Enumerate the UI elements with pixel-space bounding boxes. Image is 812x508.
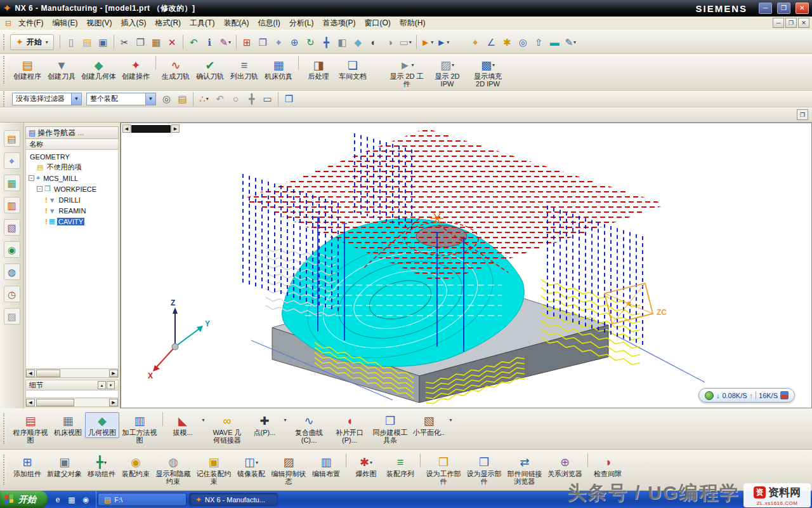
scroll-thumb[interactable] bbox=[36, 370, 60, 377]
expand-right-icon[interactable]: ▶ bbox=[171, 124, 180, 133]
show-filled-2d-ipw-button[interactable]: ▩▾显示填充 2D IPW bbox=[468, 56, 508, 90]
selection-scope-combo[interactable]: 整个装配 ▼ bbox=[86, 93, 156, 105]
taskbar-item-nx[interactable]: ✦ NX 6 - Manufactu... bbox=[189, 493, 278, 506]
reuse-library-button[interactable]: ▧ bbox=[4, 219, 20, 236]
draft-button[interactable]: ◣拔模... bbox=[166, 412, 200, 438]
dropdown-arrow-button[interactable]: ▾ bbox=[200, 412, 207, 428]
create-geometry-button[interactable]: ◆创建几何体 bbox=[79, 56, 119, 82]
mdi-close-button[interactable]: ✕ bbox=[798, 18, 809, 28]
menu-3[interactable]: 视图(V) bbox=[82, 16, 116, 30]
taskbar-item-explorer[interactable]: ▤ F:\ bbox=[98, 493, 187, 506]
preferences-gear-button[interactable]: ✱ bbox=[499, 34, 515, 50]
interpart-link-browser-button[interactable]: ⇄部件间链接浏览器 bbox=[504, 453, 545, 487]
open-folder-button[interactable]: ▤ bbox=[79, 34, 95, 50]
add-component-button[interactable]: ⊞添加组件 bbox=[10, 453, 44, 479]
sketch-button[interactable]: ✎▾ bbox=[563, 34, 579, 50]
menu-2[interactable]: 编辑(E) bbox=[48, 16, 82, 30]
graphics-window[interactable]: ◀ ▶ ZC bbox=[121, 123, 812, 408]
zoom-button[interactable]: ⊕ bbox=[287, 34, 303, 50]
windows-start-button[interactable]: 开始 bbox=[0, 491, 48, 508]
web-browser-button[interactable]: ◍ bbox=[4, 264, 20, 280]
style-brush-button[interactable]: ✎▾ bbox=[218, 34, 233, 50]
refresh-button[interactable]: ↻ bbox=[303, 34, 318, 50]
scroll-left-icon[interactable]: ◀ bbox=[26, 399, 35, 406]
tree-item-reaming-op[interactable]: !▼REAMIN bbox=[26, 205, 118, 216]
move-component-button[interactable]: ╋▾移动组件 bbox=[84, 453, 119, 479]
scroll-thumb[interactable] bbox=[36, 399, 74, 406]
menu-12[interactable]: 帮助(H) bbox=[395, 16, 430, 30]
selection-filter-combo[interactable]: 没有选择过滤器 ▼ bbox=[12, 93, 82, 105]
toolbar-grip[interactable] bbox=[3, 91, 6, 107]
tree-hscrollbar[interactable]: ◀ ▶ bbox=[25, 369, 119, 378]
show-desktop-quicklaunch-icon[interactable]: ▦ bbox=[66, 494, 77, 505]
shop-documentation-button[interactable]: ❏车间文档 bbox=[336, 56, 370, 82]
palette-button[interactable]: ▨ bbox=[4, 308, 20, 324]
combo-dropdown-icon[interactable]: ▼ bbox=[145, 93, 155, 105]
dropdown-arrow[interactable]: ▾ bbox=[431, 39, 433, 45]
info-cursor-button[interactable]: ℹ bbox=[202, 34, 218, 50]
list-toolpath-button[interactable]: ≡列出刀轨 bbox=[227, 56, 261, 82]
generate-toolpath-button[interactable]: ∿生成刀轨 bbox=[159, 56, 193, 82]
mirror-assembly-button[interactable]: ◫▾镜像装配 bbox=[234, 453, 268, 479]
shaded-view-button[interactable]: ◐ bbox=[366, 34, 382, 50]
constraint-navigator-button[interactable]: ⌖ bbox=[4, 152, 20, 169]
program-order-view-button[interactable]: ▤程序顺序视图 bbox=[10, 412, 51, 446]
drag-tool-button[interactable]: ╋ bbox=[244, 91, 259, 107]
facet-body-button[interactable]: ▧小平面化.. bbox=[410, 412, 447, 438]
layer-settings-button[interactable]: ⊞ bbox=[239, 34, 255, 50]
view-cube-button[interactable]: ◆ bbox=[350, 34, 366, 50]
mdi-minimize-button[interactable]: ─ bbox=[773, 18, 784, 28]
scroll-track[interactable] bbox=[35, 370, 109, 377]
network-speed-tray[interactable]: ↓ 0.08K/S ↑ 16K/S bbox=[698, 388, 795, 403]
work-cube-button[interactable]: ❒ bbox=[281, 91, 297, 107]
menu-10[interactable]: 首选项(P) bbox=[318, 16, 360, 30]
restore-pane-button[interactable]: ❐ bbox=[797, 109, 808, 120]
show-hide-constraints-button[interactable]: ◍显示和隐藏约束 bbox=[153, 453, 193, 487]
tree-item-geometry[interactable]: GEOMETRY bbox=[26, 151, 118, 162]
check-clearances-button[interactable]: ◑检查间隙 bbox=[591, 453, 625, 479]
show-hide-button[interactable]: ❒ bbox=[255, 34, 271, 50]
make-displayed-part-button[interactable]: ❒设为显示部件 bbox=[464, 453, 504, 487]
paste-button[interactable]: ▦ bbox=[148, 34, 164, 50]
dropdown-arrow-button[interactable]: ▾ bbox=[282, 412, 289, 428]
measure-button[interactable]: ▬ bbox=[547, 34, 563, 50]
undo-gray-button[interactable]: ↶ bbox=[212, 91, 228, 107]
media-player-quicklaunch-icon[interactable]: ◉ bbox=[80, 494, 91, 505]
csys-dialog-button[interactable]: ⌖ bbox=[468, 34, 483, 50]
scroll-left-icon[interactable]: ◀ bbox=[26, 370, 35, 377]
menu-8[interactable]: 信息(I) bbox=[253, 16, 284, 30]
scroll-right-icon[interactable]: ▶ bbox=[109, 399, 118, 406]
wave-geometry-linker-button[interactable]: ∞WAVE 几何链接器 bbox=[207, 412, 247, 446]
dropdown-arrow[interactable]: ▾ bbox=[492, 62, 495, 68]
make-work-part-button[interactable]: ❒设为工作部件 bbox=[423, 453, 464, 487]
verify-toolpath-button[interactable]: ✔确认刀轨 bbox=[193, 56, 227, 82]
operation-navigator-button[interactable]: ▥ bbox=[4, 197, 20, 213]
new-parent-button[interactable]: ▣新建父对象 bbox=[44, 453, 84, 479]
render-style-button[interactable]: ◑ bbox=[382, 34, 398, 50]
patch-opening-button[interactable]: ◖补片开口(P)... bbox=[329, 412, 370, 446]
create-operation-button[interactable]: ✦创建操作 bbox=[119, 56, 153, 82]
open-search-button[interactable]: ▤ bbox=[174, 91, 190, 107]
show-2d-ipw-button[interactable]: ▨▾显示 2D IPW bbox=[427, 56, 468, 90]
part-navigator-button[interactable]: ▦ bbox=[4, 175, 20, 191]
close-button[interactable]: ✕ bbox=[796, 3, 809, 14]
expander-icon[interactable]: - bbox=[29, 175, 34, 181]
expander-icon[interactable]: - bbox=[37, 186, 43, 192]
dropdown-arrow[interactable]: ▾ bbox=[452, 62, 454, 68]
copy-button[interactable]: ❐ bbox=[133, 34, 148, 50]
undo-button[interactable]: ↶ bbox=[186, 34, 202, 50]
menu-9[interactable]: 分析(L) bbox=[285, 16, 318, 30]
assembly-constraints-button[interactable]: ◉装配约束 bbox=[119, 453, 153, 479]
dropdown-arrow[interactable]: ▾ bbox=[411, 62, 414, 68]
toolbar-grip[interactable] bbox=[3, 413, 6, 444]
geometry-view-button[interactable]: ◆几何视图 bbox=[85, 412, 119, 438]
restore-button[interactable]: ❐ bbox=[777, 3, 790, 14]
postprocess-button[interactable]: ◨后处理 bbox=[301, 56, 336, 82]
edit-suppression-state-button[interactable]: ▨编辑抑制状态 bbox=[268, 453, 309, 487]
relations-browser-button[interactable]: ⊕关系浏览器 bbox=[545, 453, 585, 479]
machining-method-view-button[interactable]: ▥加工方法视图 bbox=[119, 412, 160, 446]
edit-arrangements-button[interactable]: ▥编辑布置 bbox=[309, 453, 343, 479]
menu-1[interactable]: 文件(F) bbox=[14, 16, 48, 30]
tree-item-drilling-op[interactable]: !▼DRILLI bbox=[26, 194, 118, 205]
machine-tool-view-button[interactable]: ▦机床视图 bbox=[51, 412, 85, 438]
